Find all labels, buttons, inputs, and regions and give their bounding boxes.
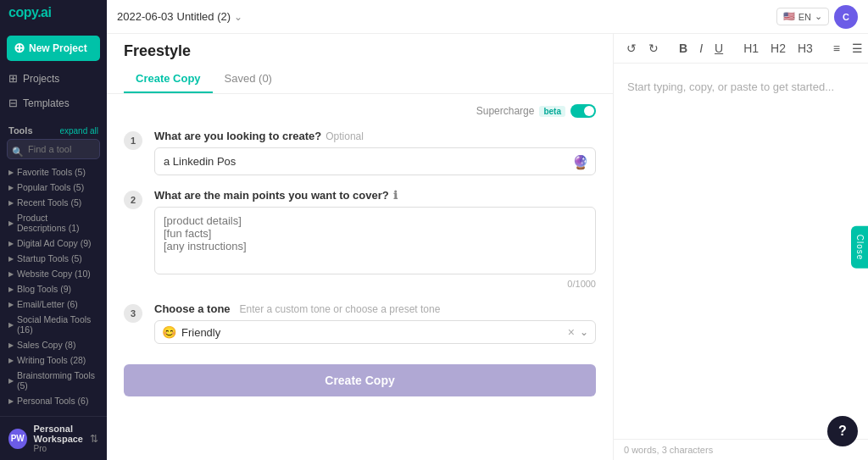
category-brainstorm[interactable]: ▶Brainstorming Tools (5) xyxy=(0,368,107,393)
beta-badge: beta xyxy=(539,106,565,117)
supercharge-label: Supercharge xyxy=(476,105,535,117)
step1-input-wrap: 🔮 xyxy=(154,147,596,175)
tone-text: Friendly xyxy=(181,326,563,339)
workspace-plan: Pro xyxy=(34,444,84,453)
close-panel-tab[interactable]: Close xyxy=(851,225,868,269)
ordered-list-button[interactable]: ≡ xyxy=(829,39,844,58)
step3-body: Choose a tone Enter a custom tone or cho… xyxy=(154,302,596,344)
triangle-icon: ▶ xyxy=(8,184,14,191)
char-count: 0/1000 xyxy=(154,279,596,289)
bold-button[interactable]: B xyxy=(675,39,692,58)
category-writing[interactable]: ▶Writing Tools (28) xyxy=(0,352,107,368)
logo: copy.ai xyxy=(8,5,51,20)
user-avatar: C xyxy=(834,5,858,29)
topbar: 2022-06-03 Untitled (2) ⌄ 🇺🇸 EN ⌄ C xyxy=(107,0,868,34)
category-sales[interactable]: ▶Sales Copy (8) xyxy=(0,337,107,352)
category-blog[interactable]: ▶Blog Tools (9) xyxy=(0,281,107,297)
category-digital[interactable]: ▶Digital Ad Copy (9) xyxy=(0,236,107,251)
category-recent[interactable]: ▶Recent Tools (5) xyxy=(0,195,107,210)
triangle-icon: ▶ xyxy=(8,255,14,263)
undo-button[interactable]: ↺ xyxy=(622,39,641,58)
expand-all-button[interactable]: expand all xyxy=(59,126,98,136)
step2-number: 2 xyxy=(124,191,142,209)
search-tool-wrap: 🔍 xyxy=(0,139,107,164)
category-product[interactable]: ▶Product Descriptions (1) xyxy=(0,210,107,236)
lang-chevron-icon: ⌄ xyxy=(815,11,822,22)
tone-chevron-icon[interactable]: ⌄ xyxy=(580,326,588,338)
category-website[interactable]: ▶Website Copy (10) xyxy=(0,266,107,281)
h3-button[interactable]: H3 xyxy=(793,39,817,58)
doc-date: 2022-06-03 xyxy=(117,10,174,23)
step1-label: What are you looking to create? Optional xyxy=(154,130,596,142)
step1-input[interactable] xyxy=(154,147,596,175)
step2-body: What are the main points you want to cov… xyxy=(154,189,596,289)
output-placeholder: Start typing, copy, or paste to get star… xyxy=(627,80,834,93)
main-area: 2022-06-03 Untitled (2) ⌄ 🇺🇸 EN ⌄ C Free… xyxy=(107,0,868,460)
step3-section: 3 Choose a tone Enter a custom tone or c… xyxy=(124,302,596,344)
step1-ai-icon-button[interactable]: 🔮 xyxy=(572,153,589,169)
triangle-icon: ▶ xyxy=(8,341,14,349)
category-email[interactable]: ▶Email/Letter (6) xyxy=(0,297,107,312)
triangle-icon: ▶ xyxy=(8,321,14,329)
italic-button[interactable]: I xyxy=(695,39,707,58)
category-social[interactable]: ▶Social Media Tools (16) xyxy=(0,312,107,337)
h1-button[interactable]: H1 xyxy=(739,39,763,58)
step1-section: 1 What are you looking to create? Option… xyxy=(124,130,596,175)
panels: Freestyle Create Copy Saved (0) Supercha… xyxy=(107,34,868,460)
sidebar-item-projects[interactable]: ⊞ Projects xyxy=(0,66,107,91)
topbar-right: 🇺🇸 EN ⌄ C xyxy=(776,5,858,29)
sidebar-item-templates[interactable]: ⊟ Templates xyxy=(0,91,107,115)
triangle-icon: ▶ xyxy=(8,240,14,247)
doc-chevron-icon[interactable]: ⌄ xyxy=(234,11,242,23)
step2-section: 2 What are the main points you want to c… xyxy=(124,189,596,289)
triangle-icon: ▶ xyxy=(8,377,14,385)
plus-icon: ⊕ xyxy=(14,42,25,55)
document-title: 2022-06-03 Untitled (2) ⌄ xyxy=(117,10,242,23)
output-footer: 0 words, 3 characters xyxy=(614,439,868,460)
output-content[interactable]: Start typing, copy, or paste to get star… xyxy=(614,64,868,439)
logo-area: copy.ai xyxy=(0,0,107,25)
tool-categories-list: ▶Favorite Tools (5) ▶Popular Tools (5) ▶… xyxy=(0,164,107,416)
new-project-button[interactable]: ⊕ New Project xyxy=(7,36,100,61)
tab-create-copy[interactable]: Create Copy xyxy=(124,65,213,93)
supercharge-row: Supercharge beta xyxy=(124,104,596,118)
tone-desc: Enter a custom tone or choose a preset t… xyxy=(240,303,441,315)
language-selector[interactable]: 🇺🇸 EN ⌄ xyxy=(776,8,829,25)
redo-button[interactable]: ↻ xyxy=(644,39,663,58)
panel-tabs: Create Copy Saved (0) xyxy=(107,65,613,94)
tab-saved[interactable]: Saved (0) xyxy=(213,65,284,93)
supercharge-toggle[interactable] xyxy=(570,104,596,118)
triangle-icon: ▶ xyxy=(8,199,14,207)
tone-selector[interactable]: 😊 Friendly × ⌄ xyxy=(154,320,596,344)
h2-button[interactable]: H2 xyxy=(766,39,790,58)
category-popular[interactable]: ▶Popular Tools (5) xyxy=(0,180,107,195)
category-favorite[interactable]: ▶Favorite Tools (5) xyxy=(0,164,107,180)
info-icon[interactable]: ℹ xyxy=(393,189,398,202)
panel-header: Freestyle xyxy=(107,34,613,60)
avatar: PW xyxy=(8,429,27,449)
panel-title: Freestyle xyxy=(124,42,191,60)
unordered-list-button[interactable]: ☰ xyxy=(848,39,867,58)
triangle-icon: ▶ xyxy=(8,357,14,364)
tools-label: Tools xyxy=(8,125,33,136)
toggle-knob xyxy=(584,106,594,116)
triangle-icon: ▶ xyxy=(8,219,14,227)
grid-icon: ⊞ xyxy=(8,72,18,85)
tone-emoji: 😊 xyxy=(162,325,176,339)
underline-button[interactable]: U xyxy=(710,39,727,58)
category-startup[interactable]: ▶Startup Tools (5) xyxy=(0,251,107,266)
output-panel: Close ↺ ↻ B I U H1 H2 H3 ≡ ☰ ••• ✓ Saved xyxy=(614,34,868,460)
flag-icon: 🇺🇸 xyxy=(783,11,795,22)
triangle-icon: ▶ xyxy=(8,270,14,278)
template-icon: ⊟ xyxy=(8,97,18,109)
create-copy-button[interactable]: Create Copy xyxy=(124,364,596,396)
workspace-chevron-icon[interactable]: ⇅ xyxy=(90,433,98,445)
tone-clear-icon[interactable]: × xyxy=(568,325,575,339)
help-button[interactable]: ? xyxy=(827,416,858,446)
step1-number: 1 xyxy=(124,131,142,150)
output-toolbar: ↺ ↻ B I U H1 H2 H3 ≡ ☰ ••• ✓ Saved xyxy=(614,34,868,64)
step2-textarea[interactable] xyxy=(154,207,596,274)
workspace-name: Personal Workspace xyxy=(34,424,84,444)
sidebar-footer: PW Personal Workspace Pro ⇅ xyxy=(0,416,107,460)
category-personal[interactable]: ▶Personal Tools (6) xyxy=(0,393,107,408)
